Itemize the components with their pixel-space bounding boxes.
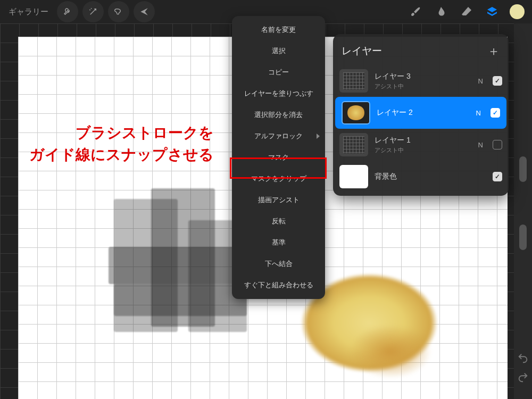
- layer-context-menu: 名前を変更 選択 コピー レイヤーを塗りつぶす 選択部分を消去 アルファロック …: [232, 16, 325, 299]
- ctx-copy[interactable]: コピー: [232, 62, 325, 83]
- layer-assist-label: アシスト中: [375, 146, 472, 154]
- undo-icon[interactable]: [517, 352, 529, 364]
- ctx-fill[interactable]: レイヤーを塗りつぶす: [232, 83, 325, 104]
- layer-visibility-checkbox[interactable]: [493, 140, 502, 149]
- selection-icon[interactable]: [108, 1, 129, 22]
- layer-thumb: [339, 133, 368, 156]
- brush-opacity-slider[interactable]: [519, 225, 527, 250]
- add-layer-button[interactable]: ＋: [487, 43, 500, 60]
- layer-name: レイヤー 3: [375, 72, 472, 81]
- annotation-text: ブラシストロークを ガイド線にスナップさせる: [29, 122, 214, 165]
- ctx-select[interactable]: 選択: [232, 40, 325, 62]
- layer-row-bg[interactable]: 背景色: [333, 161, 509, 193]
- brush-size-slider[interactable]: [519, 156, 527, 182]
- layers-header: レイヤー ＋: [333, 34, 509, 65]
- layer-row-1[interactable]: レイヤー 1 アシスト中 N: [333, 129, 509, 161]
- ctx-clear-selection[interactable]: 選択部分を消去: [232, 104, 325, 126]
- layers-icon[interactable]: [484, 4, 500, 20]
- yellow-blob-shadow: [337, 324, 444, 393]
- ctx-rename[interactable]: 名前を変更: [232, 19, 325, 40]
- layers-panel: レイヤー ＋ レイヤー 3 アシスト中 N レイヤー 2 N レイヤー 1 アシ…: [333, 34, 509, 196]
- ctx-alpha-lock[interactable]: アルファロック: [232, 126, 325, 147]
- layer-blend[interactable]: N: [478, 77, 483, 85]
- wand-icon[interactable]: [82, 1, 104, 22]
- smudge-icon[interactable]: [433, 4, 449, 20]
- layer-visibility-checkbox[interactable]: [491, 108, 500, 118]
- wrench-icon[interactable]: [57, 1, 78, 22]
- layer-name: レイヤー 2: [377, 108, 470, 118]
- ctx-drawing-assist[interactable]: 描画アシスト: [232, 189, 325, 211]
- layers-title: レイヤー: [342, 44, 382, 58]
- layer-visibility-checkbox[interactable]: [493, 172, 502, 181]
- ctx-invert[interactable]: 反転: [232, 211, 325, 232]
- left-tool-group: [57, 1, 159, 22]
- brush-icon[interactable]: [408, 4, 423, 20]
- layer-thumb: [342, 101, 370, 124]
- grey-strokes: [114, 188, 247, 337]
- layer-visibility-checkbox[interactable]: [493, 76, 502, 86]
- gallery-button[interactable]: ギャラリー: [4, 4, 53, 20]
- ctx-combine-down[interactable]: すぐ下と組み合わせる: [232, 275, 325, 296]
- layer-blend[interactable]: N: [476, 109, 481, 117]
- ctx-reference[interactable]: 基準: [232, 232, 325, 253]
- color-swatch[interactable]: [510, 4, 525, 19]
- right-sidebar: [514, 23, 532, 399]
- ctx-mask[interactable]: マスク: [232, 147, 325, 168]
- layer-assist-label: アシスト中: [375, 82, 472, 90]
- eraser-icon[interactable]: [459, 4, 475, 20]
- layer-row-3[interactable]: レイヤー 3 アシスト中 N: [333, 65, 509, 97]
- layer-name: 背景色: [375, 172, 486, 181]
- move-icon[interactable]: [134, 1, 155, 22]
- layer-thumb: [339, 69, 368, 93]
- layer-row-2[interactable]: レイヤー 2 N: [335, 97, 506, 129]
- right-tool-group: [408, 4, 528, 20]
- layer-thumb: [339, 165, 368, 188]
- ctx-clip-mask[interactable]: マスクをクリップ: [232, 168, 325, 189]
- ctx-merge-down[interactable]: 下へ結合: [232, 253, 325, 275]
- redo-icon[interactable]: [517, 371, 529, 383]
- layer-blend[interactable]: N: [478, 141, 483, 149]
- layer-name: レイヤー 1: [375, 136, 472, 145]
